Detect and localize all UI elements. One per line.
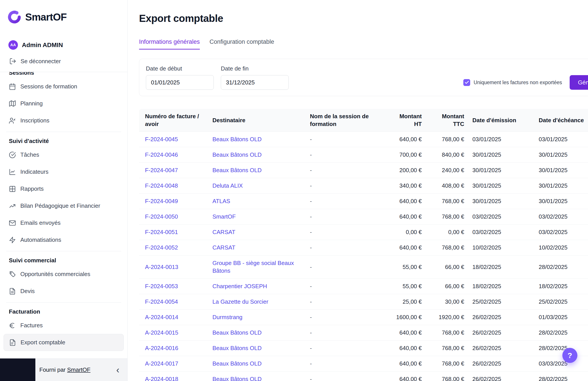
due-date-cell: 30/01/2025: [533, 178, 588, 194]
date-start-input[interactable]: [146, 75, 214, 90]
sidebar-item-label: Indicateurs: [20, 168, 48, 175]
date-end-field: Date de fin: [221, 65, 289, 90]
recipient-link[interactable]: Deluta ALIX: [212, 182, 243, 189]
recipient-link[interactable]: Beaux Bâtons OLD: [212, 151, 262, 158]
recipient-link[interactable]: Beaux Bâtons OLD: [212, 360, 262, 367]
sidebar-item-label: Factures: [20, 322, 43, 329]
invoice-number-link[interactable]: F-2024-0049: [145, 198, 178, 204]
session-name-cell: -: [304, 372, 386, 381]
invoice-number-link[interactable]: A-2024-0017: [145, 360, 178, 367]
table-header-row: Numéro de facture / avoir Destinataire N…: [139, 109, 588, 132]
tab-bar: Informations générales Configuration com…: [139, 39, 588, 49]
sidebar-item-taches[interactable]: Tâches: [0, 146, 127, 163]
amount-ttc-cell: 768,00 €: [424, 194, 466, 209]
invoice-number-link[interactable]: F-2024-0052: [145, 244, 178, 251]
logout-icon: [9, 58, 16, 65]
sidebar-item-indicateurs[interactable]: Indicateurs: [0, 163, 127, 180]
due-date-cell: 30/01/2025: [533, 147, 588, 163]
sidebar-item-emails-envoyes[interactable]: Emails envoyés: [0, 214, 127, 231]
table-row: F-2024-0052 CARSAT - 640,00 € 768,00 € 1…: [139, 240, 588, 256]
sidebar-item-rapports[interactable]: Rapports: [0, 180, 127, 197]
invoice-number-link[interactable]: F-2024-0045: [145, 136, 178, 142]
recipient-link[interactable]: Beaux Bâtons OLD: [212, 329, 262, 336]
sidebar-item-factures[interactable]: Factures: [0, 317, 127, 334]
sidebar-item-export-comptable[interactable]: Export comptable: [3, 334, 124, 351]
tag-icon: [9, 271, 16, 278]
sidebar-item-inscriptions[interactable]: Inscriptions: [0, 112, 127, 129]
invoice-number-link[interactable]: A-2024-0016: [145, 345, 178, 351]
invoice-number-link[interactable]: F-2024-0048: [145, 182, 178, 189]
recipient-link[interactable]: Beaux Bâtons OLD: [212, 136, 262, 142]
mail-icon: [9, 220, 16, 226]
collapse-sidebar-button[interactable]: ‹: [116, 365, 119, 375]
nav-divider: [6, 251, 121, 251]
sidebar-item-bilan[interactable]: Bilan Pédagogique et Financier: [0, 197, 127, 214]
amount-ttc-cell: 30,00 €: [424, 294, 466, 310]
table-row: F-2024-0050 SmartOF - 640,00 € 768,00 € …: [139, 209, 588, 224]
invoice-number-link[interactable]: F-2024-0046: [145, 151, 178, 158]
invoice-number-link[interactable]: F-2024-0054: [145, 298, 178, 305]
recipient-link[interactable]: Beaux Bâtons OLD: [212, 345, 262, 351]
recipient-link[interactable]: SmartOF: [212, 213, 236, 220]
logout-label: Se déconnecter: [21, 58, 61, 65]
sidebar-item-opportunites[interactable]: Opportunités commerciales: [0, 266, 127, 283]
recipient-link[interactable]: CARSAT: [212, 229, 235, 235]
due-date-cell: 18/02/2025: [533, 279, 588, 294]
sidebar-item-partial[interactable]: [0, 351, 127, 352]
help-button[interactable]: ?: [562, 348, 577, 363]
recipient-link[interactable]: Groupe BB - siège social Beaux Bâtons: [212, 260, 294, 274]
invoice-number-link[interactable]: F-2024-0047: [145, 167, 178, 174]
recipient-link[interactable]: ATLAS: [212, 198, 230, 204]
issue-date-cell: 30/01/2025: [466, 178, 533, 194]
recipient-link[interactable]: Beaux Bâtons OLD: [212, 167, 262, 174]
avatar: AA: [8, 40, 18, 50]
invoice-number-link[interactable]: F-2024-0050: [145, 213, 178, 220]
tab-configuration-comptable[interactable]: Configuration comptable: [210, 39, 274, 49]
invoice-number-link[interactable]: F-2024-0053: [145, 283, 178, 289]
sidebar-item-automatisations[interactable]: Automatisations: [0, 231, 127, 248]
amount-ht-cell: 640,00 €: [386, 194, 424, 209]
logout-button[interactable]: Se déconnecter: [9, 58, 127, 65]
issue-date-cell: 18/02/2025: [466, 256, 533, 279]
issue-date-cell: 30/01/2025: [466, 163, 533, 178]
tab-informations-generales[interactable]: Informations générales: [139, 39, 200, 49]
only-unexported-checkbox[interactable]: [463, 79, 470, 86]
sidebar-footer: Fourni par SmartOF ‹: [0, 359, 127, 381]
issue-date-cell: 26/02/2025: [466, 341, 533, 356]
invoice-number-link[interactable]: A-2024-0015: [145, 329, 178, 336]
map-icon: [9, 100, 16, 107]
sidebar-item-sessions-de-formation[interactable]: Sessions de formation: [0, 78, 127, 95]
session-name-cell: -: [304, 224, 386, 240]
amount-ttc-cell: 0,00 €: [424, 224, 466, 240]
amount-ht-cell: 55,00 €: [386, 256, 424, 279]
page-title: Export comptable: [139, 12, 588, 24]
amount-ht-cell: 200,00 €: [386, 163, 424, 178]
recipient-link[interactable]: La Gazette du Sorcier: [212, 298, 268, 305]
sidebar-item-label: Sessions de formation: [20, 83, 77, 90]
sidebar-item-devis[interactable]: Devis: [0, 283, 127, 300]
issue-date-cell: 30/01/2025: [466, 147, 533, 163]
table-row: F-2024-0051 CARSAT - 0,00 € 0,00 € 03/02…: [139, 224, 588, 240]
amount-ht-cell: 25,00 €: [386, 294, 424, 310]
sidebar-item-planning[interactable]: Planning: [0, 95, 127, 112]
invoice-number-link[interactable]: A-2024-0014: [145, 314, 178, 321]
invoice-number-link[interactable]: F-2024-0051: [145, 229, 178, 235]
powered-by-brand-link[interactable]: SmartOF: [67, 366, 90, 373]
invoice-number-link[interactable]: A-2024-0018: [145, 376, 178, 381]
amount-ttc-cell: 240,00 €: [424, 163, 466, 178]
due-date-cell: 03/02/2025: [533, 224, 588, 240]
dark-block: [0, 359, 35, 381]
recipient-link[interactable]: Durmstrang: [212, 314, 243, 321]
recipient-link[interactable]: Beaux Bâtons OLD: [212, 376, 262, 381]
amount-ht-cell: 700,00 €: [386, 147, 424, 163]
invoice-number-link[interactable]: A-2024-0013: [145, 264, 178, 270]
recipient-link[interactable]: CARSAT: [212, 244, 235, 251]
generate-button[interactable]: Générer: [570, 75, 588, 90]
issue-date-cell: 03/02/2025: [466, 209, 533, 224]
user-row: AA Admin ADMIN: [8, 40, 127, 50]
recipient-link[interactable]: Charpentier JOSEPH: [212, 283, 267, 289]
date-start-field: Date de début: [146, 65, 214, 90]
powered-by-prefix: Fourni par: [39, 366, 66, 373]
table-row: F-2024-0048 Deluta ALIX - 340,00 € 408,0…: [139, 178, 588, 194]
date-end-input[interactable]: [221, 75, 289, 90]
